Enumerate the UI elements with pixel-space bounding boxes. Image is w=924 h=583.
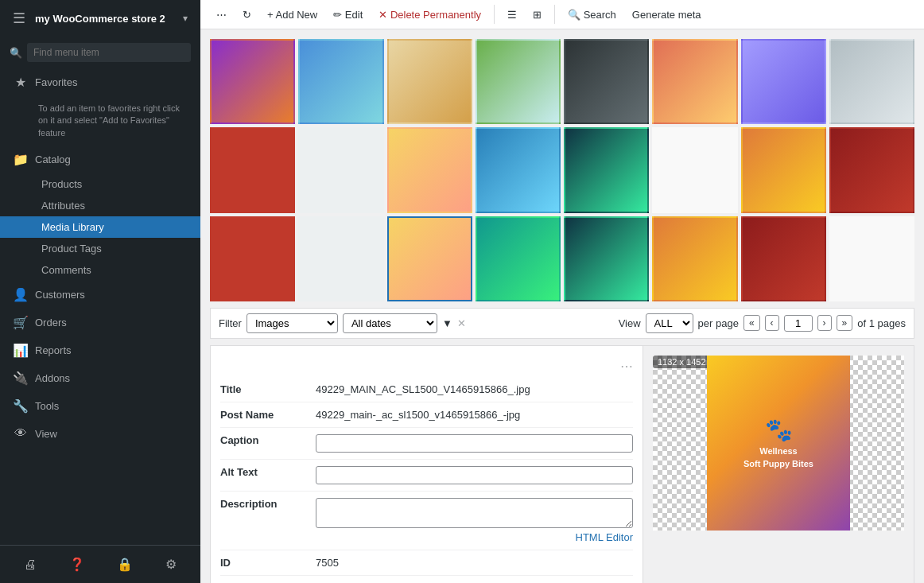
media-thumb-11[interactable]: [387, 127, 472, 212]
refresh-button[interactable]: ↻: [236, 6, 258, 24]
sidebar-item-view[interactable]: 👁 View: [0, 420, 200, 447]
sidebar: ☰ my WooCommerce store 2 ▾ 🔍 ★ Favorites…: [0, 0, 200, 583]
star-icon: ★: [13, 75, 29, 90]
content-area: Filter ImagesAudioVideoDocumentsSpreadsh…: [200, 29, 924, 583]
last-page-button[interactable]: »: [837, 315, 853, 331]
alt-text-input[interactable]: [316, 466, 633, 484]
description-label: Description: [220, 498, 316, 543]
media-thumb-19[interactable]: [387, 216, 472, 301]
sidebar-item-label: Orders: [35, 317, 67, 328]
prev-page-button[interactable]: ‹: [765, 315, 779, 331]
media-thumb-6[interactable]: [652, 39, 737, 124]
menu-search-input[interactable]: [27, 43, 191, 62]
sidebar-item-orders[interactable]: 🛒 Orders: [0, 309, 200, 336]
media-thumb-16[interactable]: [829, 127, 914, 212]
media-thumb-21[interactable]: [564, 216, 649, 301]
delete-label: ✕ Delete Permanently: [379, 9, 481, 21]
caption-row: Caption: [220, 428, 633, 460]
delete-permanently-button[interactable]: ✕ Delete Permanently: [372, 6, 487, 24]
site-title: my WooCommerce store 2: [35, 13, 183, 25]
media-thumb-18[interactable]: [298, 216, 383, 301]
id-value: 7505: [316, 557, 633, 569]
sidebar-item-product-tags[interactable]: Product Tags: [0, 238, 200, 259]
caption-input[interactable]: [316, 434, 633, 453]
list-view-button[interactable]: ☰: [501, 6, 523, 24]
view-select[interactable]: ALL50100: [646, 313, 693, 333]
settings-icon[interactable]: ⚙: [162, 554, 180, 575]
media-thumb-9[interactable]: [210, 127, 295, 212]
filter-clear-icon[interactable]: ✕: [457, 317, 466, 329]
media-thumb-23[interactable]: [741, 216, 826, 301]
media-thumb-8[interactable]: [829, 39, 914, 124]
next-page-button[interactable]: ›: [817, 315, 832, 331]
alt-text-row: Alt Text: [220, 460, 633, 492]
media-thumb-14[interactable]: [652, 127, 737, 212]
media-thumb-2[interactable]: [298, 39, 383, 124]
sidebar-item-favorites[interactable]: ★ Favorites: [0, 68, 200, 96]
hamburger-menu-icon[interactable]: ☰: [13, 10, 25, 27]
add-new-button[interactable]: + Add New: [261, 6, 324, 24]
sidebar-item-customers[interactable]: 👤 Customers: [0, 281, 200, 309]
sidebar-item-attributes[interactable]: Attributes: [0, 195, 200, 216]
sidebar-item-label: Favorites: [35, 76, 77, 88]
sidebar-header: ☰ my WooCommerce store 2 ▾: [0, 0, 200, 37]
sidebar-item-label: Catalog: [35, 154, 71, 165]
sidebar-item-comments[interactable]: Comments: [0, 259, 200, 281]
media-thumb-7[interactable]: [741, 39, 826, 124]
page-total-label: of 1 pages: [857, 317, 906, 329]
media-thumb-4[interactable]: [476, 39, 561, 124]
reports-icon: 📊: [13, 343, 29, 358]
print-icon[interactable]: 🖨: [21, 554, 40, 575]
filter-icon[interactable]: ▼: [442, 317, 452, 329]
view-icon: 👁: [13, 426, 29, 441]
media-preview: 1132 x 1452 🐾 Wellness Soft Puppy Bites: [643, 346, 914, 583]
sidebar-bottom-bar: 🖨 ❓ 🔒 ⚙: [0, 545, 200, 583]
sidebar-sub-label: Media Library: [41, 221, 104, 233]
site-title-dropdown-icon[interactable]: ▾: [183, 13, 188, 24]
caption-label: Caption: [220, 434, 316, 453]
detail-more-icon[interactable]: ⋯: [620, 359, 633, 374]
sidebar-item-addons[interactable]: 🔌 Addons: [0, 364, 200, 392]
media-thumb-15[interactable]: [741, 127, 826, 212]
lock-icon[interactable]: 🔒: [114, 554, 136, 575]
page-number-input[interactable]: [784, 315, 813, 332]
title-label: Title: [220, 383, 316, 395]
media-thumb-13[interactable]: [564, 127, 649, 212]
caption-field[interactable]: [316, 434, 633, 453]
sidebar-item-catalog[interactable]: 📁 Catalog: [0, 146, 200, 173]
grid-view-button[interactable]: ⊞: [526, 6, 548, 24]
help-icon[interactable]: ❓: [66, 554, 88, 575]
sidebar-sub-label: Product Tags: [41, 243, 102, 255]
description-textarea[interactable]: [316, 498, 633, 528]
media-thumb-12[interactable]: [476, 127, 561, 212]
html-editor-link[interactable]: HTML Editor: [576, 531, 633, 543]
media-thumb-1[interactable]: [210, 39, 295, 124]
media-thumb-10[interactable]: [298, 127, 383, 212]
description-field[interactable]: HTML Editor: [316, 498, 633, 543]
sidebar-item-products[interactable]: Products: [0, 173, 200, 195]
toolbar-separator: [494, 5, 495, 24]
more-options-button[interactable]: ⋯: [210, 6, 233, 24]
search-button[interactable]: 🔍 Search: [561, 6, 623, 24]
media-thumb-5[interactable]: [564, 39, 649, 124]
first-page-button[interactable]: «: [743, 315, 760, 331]
filter-type-select[interactable]: ImagesAudioVideoDocumentsSpreadsheetsInt…: [247, 313, 338, 333]
sidebar-sub-label: Products: [41, 178, 82, 190]
detail-more-menu: ⋯: [220, 356, 633, 377]
sidebar-item-reports[interactable]: 📊 Reports: [0, 336, 200, 364]
generate-meta-button[interactable]: Generate meta: [626, 6, 708, 24]
media-thumb-17[interactable]: [210, 216, 295, 301]
pagination-bar: Filter ImagesAudioVideoDocumentsSpreadsh…: [210, 308, 914, 339]
edit-button[interactable]: ✏ Edit: [327, 6, 369, 24]
menu-search-box: 🔍: [0, 37, 200, 68]
sidebar-item-label: View: [35, 428, 57, 440]
toolbar-separator-2: [554, 5, 555, 24]
media-thumb-22[interactable]: [652, 216, 737, 301]
filter-date-select[interactable]: All datesJanuary 2024February 2024March …: [343, 313, 437, 333]
media-thumb-3[interactable]: [387, 39, 472, 124]
media-thumb-20[interactable]: [476, 216, 561, 301]
sidebar-item-tools[interactable]: 🔧 Tools: [0, 392, 200, 420]
sidebar-item-media-library[interactable]: Media Library: [0, 216, 200, 238]
media-thumb-24[interactable]: [829, 216, 914, 301]
alt-text-field[interactable]: [316, 466, 633, 484]
